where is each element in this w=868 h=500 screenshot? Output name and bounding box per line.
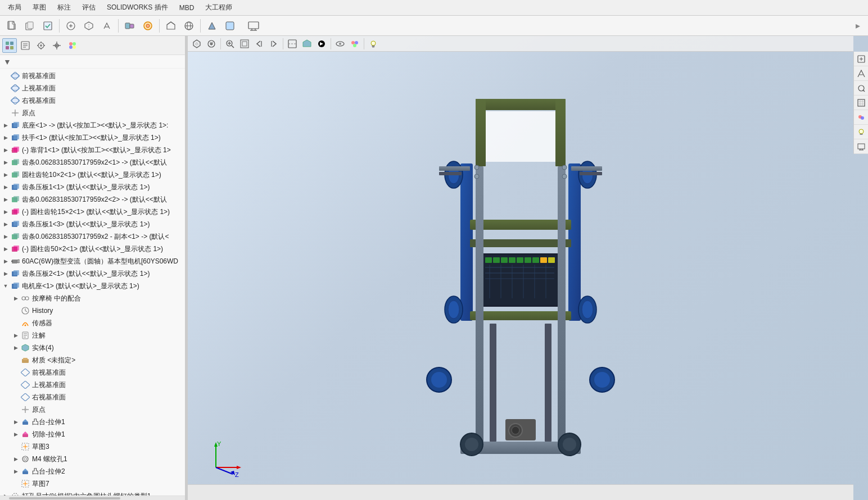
vp-light-btn[interactable] [367,37,380,51]
menu-dimension[interactable]: 标注 [52,1,76,15]
expand-btn-27[interactable] [11,405,20,414]
tree-item-right-plane[interactable]: 右视基准面 [0,94,185,107]
tree-item-30[interactable]: 草图3 [0,440,185,453]
tree-item-13[interactable]: ▶ 齿条0.0628318530717959x2 - 副本<1> -> (默认< [0,230,185,243]
right-icon-6[interactable] [854,125,868,139]
tree-item-origin[interactable]: 原点 [0,107,185,119]
tree-item-14[interactable]: ▶ (-) 圆柱齿50×2<1> (默认<<默认>_显示状态 1>) [0,243,185,255]
expand-btn-10[interactable]: ▶ [1,195,10,204]
expand-btn-28[interactable]: ▶ [11,417,20,426]
menu-mbd[interactable]: MBD [174,2,200,14]
tree-item-top-plane[interactable]: 上视基准面 [0,82,185,94]
right-icon-2[interactable] [854,66,868,81]
expand-btn-1[interactable] [1,84,10,93]
toolbar-monitor[interactable] [245,18,262,34]
menu-sketch[interactable]: 草图 [27,1,52,15]
menu-engineer[interactable]: 大工程师 [200,1,238,15]
right-icon-7[interactable] [854,139,868,154]
tree-item-22[interactable]: ▶ 实体(4) [0,342,185,354]
menu-evaluate[interactable]: 评估 [76,1,101,15]
right-icon-1[interactable] [854,52,868,66]
expand-btn-5[interactable]: ▶ [1,133,10,142]
expand-btn-3[interactable] [1,108,10,117]
toolbar-expand[interactable]: ▸ [851,20,865,31]
tree-item-26[interactable]: 右视基准面 [0,391,185,403]
expand-btn-31[interactable]: ▶ [11,454,20,463]
tree-item-31[interactable]: ▶ M4 螺纹孔1 [0,453,185,465]
tree-item-12[interactable]: ▶ 齿条压板1<3> (默认<<默认>_显示状态 1>) [0,218,185,230]
vp-display-btn[interactable] [300,37,314,51]
expand-btn-7[interactable]: ▶ [1,158,10,167]
vp-btn-1[interactable] [190,37,204,51]
tree-item-8[interactable]: ▶ 圆柱齿轮10×2<1> (默认<<默认>_显示状态 1>) [0,169,185,181]
config-manager-btn[interactable] [34,38,48,53]
expand-btn-34[interactable]: ▶ [1,492,10,496]
tree-item-6[interactable]: ▶ - (-) 靠背1<1> (默认<按加工><<默认>_显示状态 1> [0,144,185,156]
vp-section-btn[interactable] [286,37,299,51]
toolbar-display-style-2[interactable] [221,18,238,34]
expand-btn-24[interactable] [11,368,20,377]
vp-render-btn[interactable] [315,37,328,51]
expand-btn-12[interactable]: ▶ [1,220,10,229]
tree-item-15[interactable]: ▶ 60AC(6W)微型变流（圆轴）基本型电机[60YS06WD [0,255,185,267]
expand-btn-26[interactable] [11,393,20,402]
tree-item-29[interactable]: ▶ 切除-拉伸1 [0,428,185,440]
expand-btn-14[interactable]: ▶ [1,244,10,253]
expand-btn-20[interactable] [11,319,20,328]
expand-btn-6[interactable]: ▶ [1,146,10,154]
expand-btn-11[interactable]: ▶ [1,207,10,216]
toolbar-btn-3[interactable] [62,18,79,34]
toolbar-btn-5[interactable] [98,18,115,34]
menu-solidworks-plugin[interactable]: SOLIDWORKS 插件 [101,1,174,15]
tree-item-4[interactable]: ▶ 底座<1> -> (默认<按加工><<默认>_显示状态 1>: [0,119,185,131]
expand-btn-19[interactable] [11,306,20,315]
expand-btn-23[interactable] [11,356,20,365]
toolbar-display-style[interactable] [204,18,220,34]
expand-btn-30[interactable] [11,442,20,451]
expand-btn-18[interactable]: ▶ [11,294,20,303]
expand-btn-13[interactable]: ▶ [1,232,10,241]
toolbar-btn-1[interactable] [21,18,38,34]
expand-btn-4[interactable]: ▶ [1,121,10,130]
expand-btn-33[interactable] [11,479,20,488]
right-icon-4[interactable] [854,96,868,110]
tree-item-19[interactable]: History [0,304,185,317]
tree-item-32[interactable]: ▶ 凸台-拉伸2 [0,465,185,478]
vp-next-view[interactable] [267,37,281,51]
toolbar-btn-0[interactable] [3,18,20,34]
tree-item-27[interactable]: 原点 [0,403,185,416]
expand-btn-2[interactable] [1,96,10,105]
tree-item-16[interactable]: ▶ 齿条压板2<1> (默认<<默认>_显示状态 1>) [0,267,185,280]
tree-item-21[interactable]: ▶ 注解 [0,329,185,342]
expand-btn-29[interactable]: ▶ [11,430,20,439]
tree-item-10[interactable]: ▶ 齿条0.0628318530717959x2<2> -> (默认<<默认 [0,193,185,206]
vp-zoom-btn[interactable] [223,37,237,51]
tree-item-17[interactable]: ▼ 电机座<1> (默认<<默认>_显示状态 1>) [0,280,185,292]
tree-item-28[interactable]: ▶ 凸台-拉伸1 [0,416,185,428]
expand-btn-8[interactable]: ▶ [1,170,10,179]
right-icon-3[interactable] [854,81,868,96]
expand-btn-32[interactable]: ▶ [11,467,20,476]
tree-item-20[interactable]: 传感器 [0,317,185,329]
toolbar-btn-6[interactable] [121,18,138,34]
tree-item-9[interactable]: ▶ 齿条压板1<1> (默认<<默认>_显示状态 1>) [0,181,185,193]
expand-btn-22[interactable]: ▶ [11,343,20,352]
expand-btn-0[interactable] [1,71,10,80]
vp-btn-2[interactable] [205,37,218,51]
vp-fit-btn[interactable] [238,37,251,51]
appearance-manager-btn[interactable] [65,38,80,53]
tree-item-7[interactable]: ▶ 齿条0.0628318530717959x2<1> -> (默认<<默认 [0,156,185,169]
property-manager-btn[interactable] [18,38,33,53]
toolbar-btn-9[interactable] [180,18,197,34]
toolbar-btn-2[interactable] [39,18,56,34]
expand-btn-21[interactable]: ▶ [11,331,20,340]
expand-btn-16[interactable]: ▶ [1,269,10,278]
tree-item-23[interactable]: 材质 <未指定> [0,354,185,366]
snap-btn[interactable] [49,38,64,53]
expand-btn-9[interactable]: ▶ [1,183,10,192]
vp-color-btn[interactable] [348,37,361,51]
tree-item-5[interactable]: ▶ 扶手<1> (默认<按加工><<默认>_显示状态 1>) [0,131,185,144]
tree-item-11[interactable]: ▶ (-) 圆柱齿轮15×2<1> (默认<<默认>_显示状态 1>) [0,206,185,218]
tree-item-24[interactable]: 前视基准面 [0,366,185,379]
toolbar-btn-7[interactable] [139,18,156,34]
